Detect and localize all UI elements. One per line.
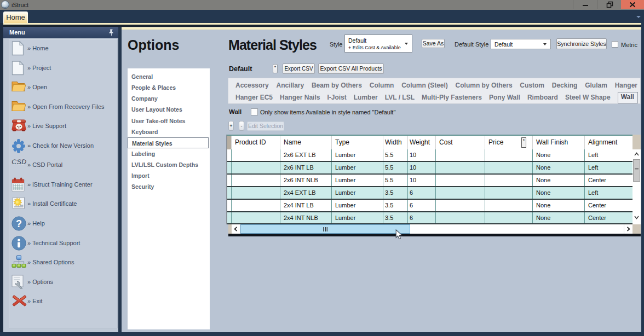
svg-text:?: ? <box>16 218 22 229</box>
svg-text:CSD: CSD <box>12 158 27 166</box>
